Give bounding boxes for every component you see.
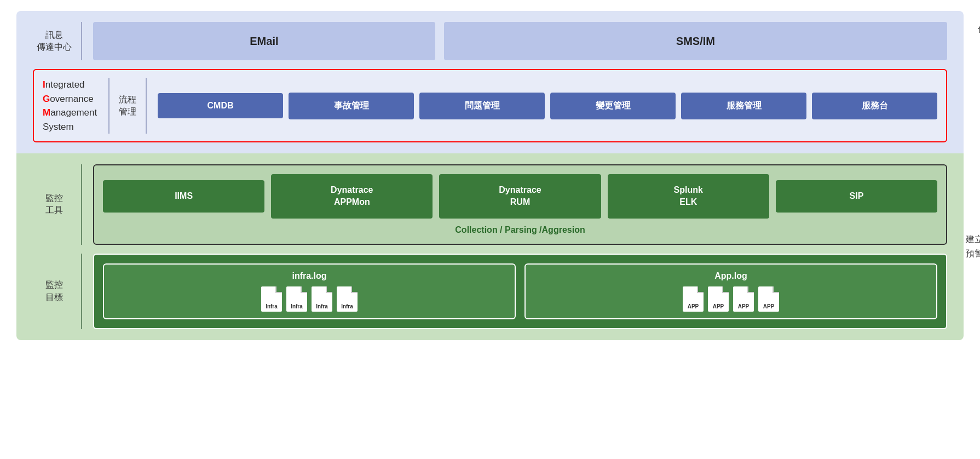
app-file-4: APP xyxy=(758,286,779,312)
infra-icon-1: Infra xyxy=(261,286,282,312)
monitor-targets-row: 監控 目標 infra.log Infra xyxy=(33,254,947,329)
process-label: 流程 管理 xyxy=(108,78,147,134)
problem-btn[interactable]: 問題管理 xyxy=(419,93,545,119)
infra-log-title: infra.log xyxy=(292,271,326,281)
infra-file-2: Infra xyxy=(286,286,307,312)
infra-icons-row: Infra Infra Infra xyxy=(261,286,358,312)
monitor-targets-label: 監控 目標 xyxy=(33,254,82,329)
infra-file-4: Infra xyxy=(337,286,358,312)
workflow-label: 作業流程 正規化 xyxy=(978,22,980,50)
service-mgmt-btn[interactable]: 服務管理 xyxy=(681,93,806,119)
infra-icon-4: Infra xyxy=(337,286,358,312)
collection-label: Collection / Parsing /Aggresion xyxy=(103,225,937,235)
dynatrace-rum-btn[interactable]: DynatraceRUM xyxy=(439,174,601,219)
infra-file-1: Infra xyxy=(261,286,282,312)
service-desk-btn[interactable]: 服務台 xyxy=(812,93,937,119)
igms-row: Integrated Governance Management System … xyxy=(33,69,947,142)
monitor-tools-row: 監控 工具 IIMS DynatraceAPPMon DynatraceRUM … xyxy=(33,164,947,245)
email-box: EMail xyxy=(93,22,435,60)
infra-icon-2: Infra xyxy=(286,286,307,312)
cmdb-btn[interactable]: CMDB xyxy=(158,93,283,118)
quality-model-label: 建立服務品質 預警量化模型 xyxy=(966,233,980,261)
app-log-group: App.log APP APP xyxy=(524,263,937,319)
app-icons-row: APP APP APP xyxy=(683,286,779,312)
infra-icon-3: Infra xyxy=(312,286,332,312)
message-center-label: 訊息 傳達中心 xyxy=(33,22,82,60)
app-file-1: APP xyxy=(683,286,704,312)
app-icon-3: APP xyxy=(733,286,754,312)
top-section: 訊息 傳達中心 EMail SMS/IM Integrated Governan… xyxy=(16,11,964,153)
app-icon-4: APP xyxy=(758,286,779,312)
monitor-tools-label: 監控 工具 xyxy=(33,164,82,245)
sip-btn[interactable]: SIP xyxy=(776,180,937,212)
app-icon-1: APP xyxy=(683,286,704,312)
incident-btn[interactable]: 事故管理 xyxy=(289,93,414,119)
splunk-elk-btn[interactable]: SplunkELK xyxy=(608,174,769,219)
infra-file-3: Infra xyxy=(312,286,332,312)
monitor-tools-container: IIMS DynatraceAPPMon DynatraceRUM Splunk… xyxy=(93,164,947,245)
app-icon-2: APP xyxy=(708,286,729,312)
outer-wrapper: 訊息 傳達中心 EMail SMS/IM Integrated Governan… xyxy=(16,11,964,340)
message-row: 訊息 傳達中心 EMail SMS/IM xyxy=(33,22,947,60)
main-container: 訊息 傳達中心 EMail SMS/IM Integrated Governan… xyxy=(0,0,980,459)
app-file-2: APP xyxy=(708,286,729,312)
target-container: infra.log Infra Infra xyxy=(93,254,947,329)
change-btn[interactable]: 變更管理 xyxy=(550,93,676,119)
sms-box: SMS/IM xyxy=(444,22,947,60)
iims-btn[interactable]: IIMS xyxy=(103,180,264,212)
infra-log-group: infra.log Infra Infra xyxy=(103,263,516,319)
app-file-3: APP xyxy=(733,286,754,312)
process-tools-row: CMDB 事故管理 問題管理 變更管理 服務管理 服務台 xyxy=(158,78,937,134)
monitor-tools-top: IIMS DynatraceAPPMon DynatraceRUM Splunk… xyxy=(103,174,937,219)
dynatrace-appmon-btn[interactable]: DynatraceAPPMon xyxy=(271,174,433,219)
igms-label: Integrated Governance Management System xyxy=(43,78,108,134)
app-log-title: App.log xyxy=(714,271,747,281)
bottom-section: 監控 工具 IIMS DynatraceAPPMon DynatraceRUM … xyxy=(16,153,964,340)
